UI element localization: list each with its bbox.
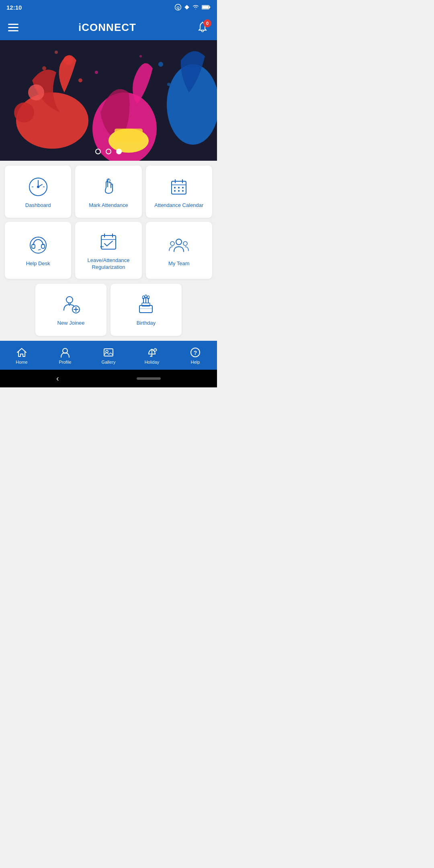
nav-home-label: Home bbox=[16, 360, 27, 364]
bottom-nav: Home Profile Gallery bbox=[0, 341, 217, 370]
holiday-icon bbox=[146, 347, 158, 358]
app-title: iCONNECT bbox=[78, 21, 136, 34]
svg-rect-64 bbox=[104, 349, 113, 356]
wifi-icon bbox=[192, 4, 199, 10]
team-icon bbox=[168, 235, 189, 256]
notification-bell[interactable]: 0 bbox=[196, 21, 209, 34]
nav-help-label: Help bbox=[191, 360, 200, 364]
home-indicator[interactable] bbox=[137, 377, 161, 380]
svg-point-9 bbox=[28, 84, 44, 100]
birthday-icon bbox=[135, 294, 156, 315]
svg-point-18 bbox=[158, 62, 163, 67]
svg-point-50 bbox=[66, 297, 73, 303]
carousel-dot-3[interactable] bbox=[116, 149, 122, 154]
svg-line-69 bbox=[156, 348, 157, 349]
mark-attendance-tile[interactable]: Mark Attendance bbox=[75, 166, 141, 218]
svg-point-26 bbox=[37, 186, 39, 188]
status-time: 12:10 bbox=[6, 4, 22, 11]
profile-icon bbox=[59, 347, 71, 358]
attendance-calendar-label: Attendance Calendar bbox=[154, 202, 203, 209]
carousel-dot-1[interactable] bbox=[95, 149, 101, 154]
svg-point-22 bbox=[55, 51, 58, 54]
svg-point-37 bbox=[174, 190, 176, 192]
my-team-tile[interactable]: My Team bbox=[146, 222, 212, 279]
status-icons: Q bbox=[174, 4, 211, 11]
app-icon: Q bbox=[174, 4, 182, 11]
status-bar: 12:10 Q bbox=[0, 0, 217, 14]
svg-rect-5 bbox=[202, 6, 209, 9]
svg-marker-2 bbox=[184, 5, 189, 10]
dashboard-icon bbox=[28, 176, 49, 197]
hand-icon bbox=[98, 176, 119, 197]
notification-badge: 0 bbox=[203, 19, 211, 27]
gallery-icon bbox=[103, 347, 114, 358]
calendar-icon bbox=[168, 176, 189, 197]
nav-profile[interactable]: Profile bbox=[43, 347, 87, 364]
svg-point-20 bbox=[139, 55, 142, 57]
mark-attendance-label: Mark Attendance bbox=[89, 202, 128, 209]
svg-rect-43 bbox=[101, 235, 116, 249]
svg-text:?: ? bbox=[194, 350, 197, 356]
svg-point-38 bbox=[178, 190, 180, 192]
svg-point-11 bbox=[14, 102, 34, 123]
nav-gallery-label: Gallery bbox=[102, 360, 116, 364]
battery-icon bbox=[202, 5, 211, 10]
carousel-dot-2[interactable] bbox=[106, 149, 111, 154]
svg-rect-4 bbox=[209, 6, 211, 8]
new-joinee-tile[interactable]: New Joinee bbox=[35, 284, 106, 336]
help-desk-tile[interactable]: Help Desk bbox=[5, 222, 71, 279]
main-grid: Dashboard Mark Attendance bbox=[0, 161, 217, 284]
new-joinee-icon bbox=[61, 294, 82, 315]
svg-point-21 bbox=[42, 66, 46, 70]
banner-carousel[interactable] bbox=[0, 40, 217, 161]
dashboard-label: Dashboard bbox=[25, 202, 51, 209]
svg-rect-15 bbox=[115, 129, 143, 143]
my-team-label: My Team bbox=[168, 260, 190, 267]
dashboard-tile[interactable]: Dashboard bbox=[5, 166, 71, 218]
svg-point-16 bbox=[78, 78, 82, 82]
attendance-calendar-tile[interactable]: Attendance Calendar bbox=[146, 166, 212, 218]
new-joinee-label: New Joinee bbox=[57, 320, 85, 327]
nav-profile-label: Profile bbox=[59, 360, 71, 364]
app-header: iCONNECT 0 bbox=[0, 14, 217, 40]
svg-point-10 bbox=[63, 55, 73, 65]
nav-home[interactable]: Home bbox=[0, 347, 43, 364]
svg-point-39 bbox=[182, 190, 184, 192]
banner-image bbox=[0, 40, 217, 161]
leave-attendance-label: Leave/Attendance Regularization bbox=[80, 257, 137, 271]
svg-text:Q: Q bbox=[176, 5, 180, 10]
svg-point-17 bbox=[95, 71, 98, 74]
birthday-label: Birthday bbox=[137, 320, 156, 327]
menu-button[interactable] bbox=[8, 24, 18, 31]
nav-gallery[interactable]: Gallery bbox=[87, 347, 130, 364]
grid-row3: New Joinee Birthday bbox=[0, 284, 217, 341]
help-icon: ? bbox=[190, 347, 201, 358]
leave-attendance-tile[interactable]: Leave/Attendance Regularization bbox=[75, 222, 141, 279]
home-icon bbox=[16, 347, 27, 358]
carousel-dots[interactable] bbox=[95, 149, 122, 154]
svg-point-49 bbox=[183, 242, 187, 246]
nav-help[interactable]: ? Help bbox=[174, 347, 217, 364]
system-nav-bar: ‹ bbox=[0, 370, 217, 387]
nav-holiday[interactable]: Holiday bbox=[130, 347, 174, 364]
nav-holiday-label: Holiday bbox=[145, 360, 160, 364]
help-desk-label: Help Desk bbox=[26, 260, 50, 267]
headset-icon bbox=[28, 235, 49, 256]
back-button[interactable]: ‹ bbox=[56, 374, 59, 383]
svg-point-35 bbox=[178, 187, 180, 188]
svg-point-34 bbox=[174, 187, 176, 188]
svg-point-67 bbox=[154, 349, 156, 351]
signal-icon bbox=[184, 4, 190, 10]
svg-point-47 bbox=[176, 239, 182, 245]
svg-point-48 bbox=[170, 242, 174, 246]
svg-point-36 bbox=[182, 187, 184, 188]
svg-point-19 bbox=[167, 83, 170, 86]
leave-icon bbox=[98, 231, 119, 252]
paint-splash-art bbox=[0, 40, 217, 161]
birthday-tile[interactable]: Birthday bbox=[111, 284, 182, 336]
